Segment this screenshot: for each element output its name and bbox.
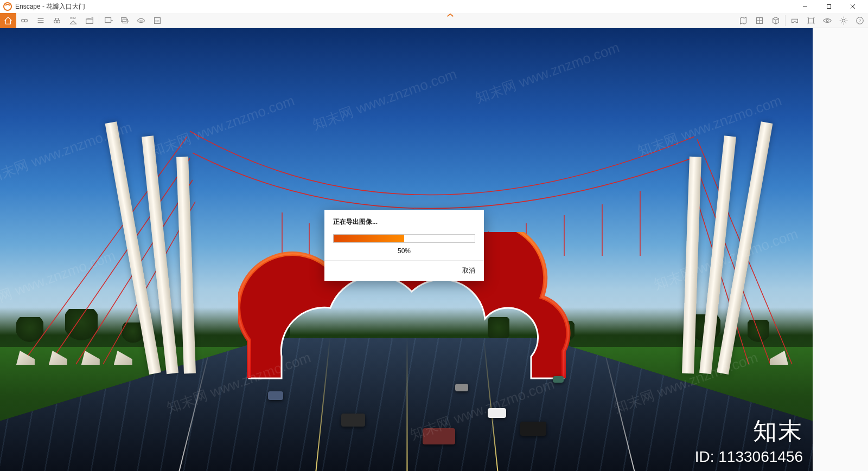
progress-percent-label: 50% [333,247,475,255]
svg-point-24 [826,20,828,22]
clapperboard-icon[interactable] [81,13,98,28]
window-title: Enscape - 花瓣入口大门 [15,2,85,11]
svg-text:?: ? [858,18,861,23]
settings-icon[interactable] [835,13,852,28]
svg-point-10 [54,20,56,23]
toolbar-separator [99,15,99,26]
progress-fill [334,235,404,242]
pano360-icon[interactable]: 360 [133,13,149,28]
svg-point-11 [57,20,60,23]
main-toolbar: BIM 360 EXE ? [0,13,868,28]
cancel-button[interactable]: 取消 [462,266,475,275]
svg-point-25 [842,19,845,22]
svg-rect-1 [827,5,831,9]
minimize-button[interactable] [793,0,817,13]
help-icon[interactable]: ? [852,13,868,28]
svg-text:360: 360 [139,20,143,22]
close-button[interactable] [841,0,865,13]
title-bar: Enscape - 花瓣入口大门 [0,0,868,13]
svg-rect-14 [121,17,126,21]
maximize-button[interactable] [817,0,841,13]
render-viewport[interactable]: 知末网 www.znzmo.com 知末网 www.znzmo.com 知末网 … [0,28,813,471]
vr-icon[interactable] [787,13,803,28]
svg-rect-13 [105,17,111,22]
depth-icon[interactable] [803,13,819,28]
watermark-id: ID: 1133061456 [695,448,803,466]
exe-export-icon[interactable]: EXE [149,13,165,28]
svg-rect-15 [123,19,127,23]
progress-bar [333,234,475,243]
asset-library-icon[interactable] [751,13,768,28]
app-logo-icon [3,2,12,11]
cube-icon[interactable] [768,13,784,28]
dialog-title: 正在导出图像... [333,217,475,227]
bim-icon[interactable]: BIM [65,13,81,28]
view-icon[interactable] [819,13,835,28]
toolbar-separator [785,15,786,26]
home-icon[interactable] [0,13,16,28]
export-progress-dialog: 正在导出图像... 50% 取消 [324,210,484,281]
watermark-logo: 知末 [753,415,803,447]
svg-rect-12 [86,19,93,23]
toolbar-expand-icon[interactable] [444,13,457,18]
batch-export-icon[interactable] [117,13,133,28]
map-icon[interactable] [735,13,751,28]
svg-rect-23 [808,18,813,23]
link-icon[interactable] [16,13,33,28]
menu-icon[interactable] [33,13,49,28]
right-panel [813,28,868,471]
binoculars-icon[interactable] [49,13,65,28]
svg-text:EXE: EXE [155,20,159,22]
image-export-icon[interactable] [100,13,117,28]
